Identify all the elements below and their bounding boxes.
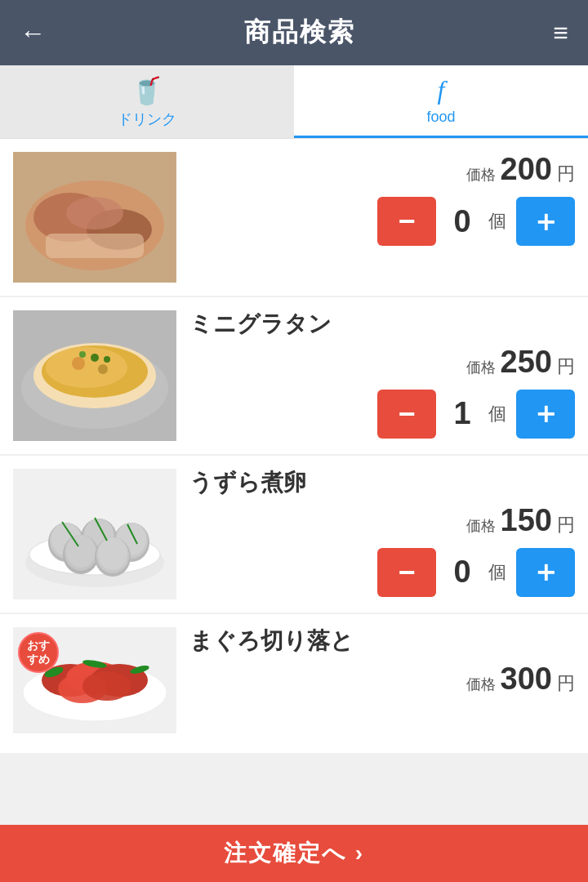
price-value-4: 300 [501, 662, 552, 697]
quantity-unit-2: 個 [488, 402, 506, 426]
svg-point-13 [91, 354, 99, 362]
quantity-display-3: 0 [446, 555, 479, 590]
price-label-1: 価格 [466, 165, 496, 185]
product-item-1: 価格 200 円 − 0 個 ＋ [0, 139, 588, 296]
price-value-1: 200 [501, 152, 552, 187]
product-details-3: うずら煮卵 価格 150 円 − 0 個 ＋ [189, 469, 575, 597]
product-item-2: ミニグラタン 価格 250 円 − 1 個 ＋ [0, 297, 588, 454]
tab-food[interactable]: f food [294, 65, 588, 138]
product-details-2: ミニグラタン 価格 250 円 − 1 個 ＋ [189, 310, 575, 439]
plus-button-3[interactable]: ＋ [516, 548, 575, 597]
order-confirm-label: 注文確定へ › [224, 838, 364, 869]
price-unit-2: 円 [557, 354, 575, 379]
order-confirm-button[interactable]: 注文確定へ › [0, 825, 588, 882]
page-title: 商品検索 [244, 15, 355, 51]
product-price-4: 価格 300 円 [189, 662, 575, 697]
price-label-3: 価格 [466, 516, 496, 536]
product-name-3: うずら煮卵 [189, 469, 575, 497]
quantity-display-1: 0 [446, 204, 479, 239]
product-name-4: まぐろ切り落と [189, 627, 575, 655]
product-image-4: おすすめ [13, 627, 176, 733]
product-image-2 [13, 310, 176, 441]
quantity-unit-3: 個 [488, 560, 506, 585]
product-price-1: 価格 200 円 [189, 152, 575, 187]
drinks-icon: 🥤 [131, 75, 163, 106]
back-button[interactable]: ← [20, 18, 46, 48]
product-image-3 [13, 469, 176, 599]
menu-button[interactable]: ≡ [553, 18, 568, 48]
quantity-display-2: 1 [446, 396, 479, 431]
price-label-4: 価格 [466, 675, 496, 694]
price-unit-1: 円 [557, 162, 575, 186]
price-unit-4: 円 [557, 671, 575, 696]
minus-button-3[interactable]: − [377, 548, 436, 597]
svg-point-33 [98, 537, 127, 570]
app-header: ← 商品検索 ≡ [0, 0, 588, 65]
svg-point-10 [46, 347, 127, 388]
price-label-2: 価格 [466, 358, 496, 377]
product-list: 価格 200 円 − 0 個 ＋ [0, 139, 588, 825]
price-value-3: 150 [501, 503, 552, 538]
product-item-3: うずら煮卵 価格 150 円 − 0 個 ＋ [0, 456, 588, 612]
product-name-2: ミニグラタン [189, 310, 575, 338]
product-price-3: 価格 150 円 [189, 503, 575, 538]
product-item-4: おすすめ まぐろ切り落と 価格 300 円 [0, 614, 588, 753]
quantity-row-1: − 0 個 ＋ [189, 197, 575, 246]
product-image-1 [13, 152, 176, 283]
svg-point-12 [98, 364, 108, 374]
tab-drinks[interactable]: 🥤 ドリンク [0, 65, 294, 138]
recommend-badge: おすすめ [18, 632, 59, 673]
tab-drinks-label: ドリンク [118, 109, 176, 129]
minus-button-2[interactable]: − [377, 390, 436, 439]
svg-point-14 [79, 351, 86, 358]
svg-point-4 [66, 197, 123, 229]
svg-point-30 [66, 535, 96, 568]
price-value-2: 250 [501, 345, 552, 380]
product-details-1: 価格 200 円 − 0 個 ＋ [189, 152, 575, 246]
plus-button-1[interactable]: ＋ [516, 197, 575, 246]
quantity-unit-1: 個 [488, 209, 506, 234]
tab-food-label: food [426, 109, 455, 126]
quantity-row-2: − 1 個 ＋ [189, 390, 575, 439]
svg-point-43 [82, 671, 131, 701]
product-price-2: 価格 250 円 [189, 345, 575, 380]
food-icon: f [438, 75, 445, 105]
plus-button-2[interactable]: ＋ [516, 390, 575, 439]
category-tabs: 🥤 ドリンク f food [0, 65, 588, 139]
svg-rect-5 [46, 234, 144, 258]
price-unit-3: 円 [557, 513, 575, 537]
svg-point-11 [72, 357, 85, 370]
product-details-4: まぐろ切り落と 価格 300 円 [189, 627, 575, 697]
svg-point-15 [104, 356, 110, 363]
minus-button-1[interactable]: − [377, 197, 436, 246]
quantity-row-3: − 0 個 ＋ [189, 548, 575, 597]
